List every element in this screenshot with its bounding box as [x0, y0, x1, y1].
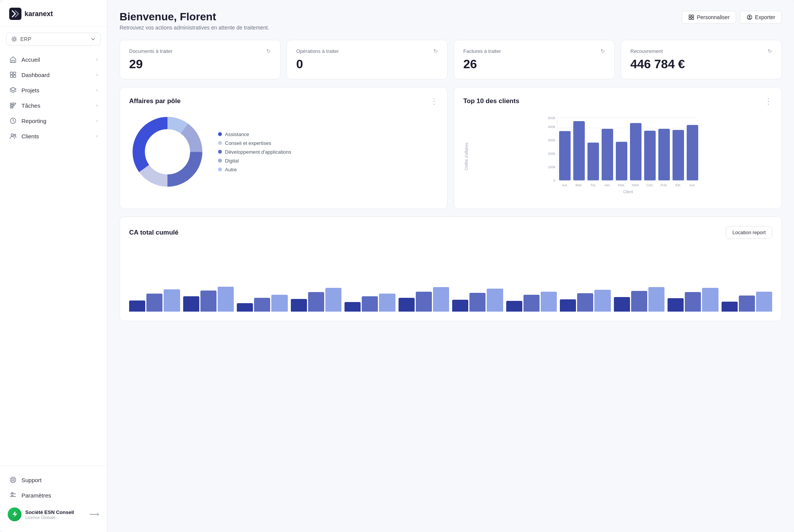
top10-svg-container: 0 100k 200k 300k 400k 500k [472, 113, 772, 199]
legend-dot-assistance [218, 132, 222, 136]
refresh-recouvrement-icon[interactable]: ↻ [768, 48, 772, 54]
stat-recouvrement-label: Recouvrement [630, 48, 663, 54]
sidebar-label-clients: Clients [21, 133, 92, 140]
sidebar-item-reporting[interactable]: Reporting › [0, 113, 107, 128]
sidebar-label-parametres: Paramètres [21, 492, 98, 499]
sidebar-item-projets[interactable]: Projets › [0, 82, 107, 98]
y-axis-label: Chiffre d'affaires [464, 143, 469, 170]
logo-area: karanext [0, 0, 107, 26]
refresh-documents-icon[interactable]: ↻ [266, 48, 271, 54]
karanext-logo-icon [9, 8, 21, 20]
svg-text:Aer.: Aer. [604, 183, 610, 187]
legend-dot-autre [218, 167, 222, 171]
svg-point-11 [14, 134, 16, 136]
exporter-button[interactable]: Exporter [740, 11, 782, 24]
ca-bar [722, 302, 738, 312]
donut-chart-container: Assistance Conseil et expertises Dévelop… [129, 113, 438, 190]
y-axis-label-container: Chiffre d'affaires [463, 113, 469, 199]
legend-digital: Digital [218, 158, 291, 164]
svg-text:Med.: Med. [632, 183, 640, 187]
sidebar-item-parametres[interactable]: Paramètres [0, 488, 107, 503]
ca-bar [379, 294, 395, 312]
ca-bar-group [722, 292, 773, 312]
ca-bar-group [129, 289, 180, 312]
chevron-clients: › [96, 133, 98, 139]
ca-bar [756, 292, 772, 312]
bolt-icon [11, 511, 18, 518]
legend-autre: Autre [218, 167, 291, 172]
svg-point-13 [12, 479, 14, 481]
affaires-more-icon[interactable]: ⋮ [430, 97, 438, 106]
svg-text:200k: 200k [548, 152, 555, 156]
stat-documents-label: Documents à traiter [129, 48, 172, 54]
ca-bars-container [129, 246, 772, 312]
top10-chart-card: Top 10 des clients ⋮ Chiffre d'affaires … [454, 87, 782, 209]
support-icon [9, 476, 17, 484]
main-content: Bienvenue, Florent Retrouvez vos actions… [107, 0, 794, 532]
sidebar-item-taches[interactable]: Tâches › [0, 98, 107, 113]
affaires-legend: Assistance Conseil et expertises Dévelop… [218, 131, 291, 172]
page-header: Bienvenue, Florent Retrouvez vos actions… [120, 11, 782, 31]
sidebar-item-clients[interactable]: Clients › [0, 128, 107, 144]
gear-icon [11, 36, 17, 42]
svg-rect-8 [10, 107, 13, 108]
sidebar-item-dashboard[interactable]: Dashboard › [0, 67, 107, 82]
personnaliser-icon [688, 14, 694, 20]
ca-bar [200, 291, 217, 312]
ca-bar-group [614, 287, 665, 312]
ca-bar [183, 296, 199, 312]
svg-rect-44 [602, 129, 613, 181]
legend-conseil: Conseil et expertises [218, 140, 291, 146]
svg-text:0: 0 [553, 179, 555, 182]
svg-rect-7 [10, 105, 14, 106]
ca-bar [291, 299, 307, 312]
svg-text:Client: Client [623, 190, 633, 194]
ca-bar-group [506, 292, 557, 312]
ca-bar [614, 297, 630, 312]
refresh-operations-icon[interactable]: ↻ [433, 48, 438, 54]
chevron-accueil: › [96, 57, 98, 62]
stat-factures: Factures à traiter ↻ 26 [454, 40, 615, 79]
sidebar-label-taches: Tâches [21, 102, 92, 109]
svg-point-25 [145, 130, 190, 174]
stat-documents-value: 29 [129, 57, 271, 71]
personnaliser-button[interactable]: Personnaliser [682, 11, 736, 24]
chevron-taches: › [96, 103, 98, 108]
svg-rect-6 [10, 103, 16, 104]
ca-bar-group [560, 290, 611, 312]
ca-bar [325, 288, 341, 312]
avatar [8, 507, 21, 521]
ca-bar [237, 303, 253, 312]
top10-chart-container: Chiffre d'affaires 0 100k 200k 300k 400k… [463, 113, 772, 199]
erp-selector[interactable]: ERP [6, 33, 101, 46]
sidebar-item-accueil[interactable]: Accueil › [0, 52, 107, 67]
ca-bar [702, 288, 718, 312]
page-subtitle: Retrouvez vos actions administratives en… [120, 25, 269, 31]
svg-text:400k: 400k [548, 125, 555, 129]
ca-bar [164, 289, 180, 312]
sidebar-label-dashboard: Dashboard [21, 72, 92, 78]
user-card[interactable]: Société ESN Conseil Licence Globale ⟶ [0, 503, 107, 526]
ca-bar [560, 299, 576, 312]
ca-bar [308, 292, 324, 312]
stat-factures-value: 26 [463, 57, 605, 71]
top10-chart-title: Top 10 des clients [463, 97, 519, 105]
donut-chart-svg [129, 113, 206, 190]
location-report-button[interactable]: Location report [726, 226, 772, 239]
legend-dot-digital [218, 159, 222, 163]
ca-bar [541, 292, 557, 312]
logout-icon[interactable]: ⟶ [89, 510, 99, 519]
user-role: Licence Globale [25, 515, 85, 520]
sidebar: karanext ERP Accueil › [0, 0, 107, 532]
ca-bar [739, 296, 755, 312]
top10-more-icon[interactable]: ⋮ [764, 97, 772, 106]
stat-recouvrement-value: 446 784 € [630, 57, 772, 71]
header-actions: Personnaliser Exporter [682, 11, 782, 24]
refresh-factures-icon[interactable]: ↻ [600, 48, 605, 54]
ca-bar [487, 289, 503, 312]
sidebar-item-support[interactable]: Support [0, 472, 107, 488]
ca-bar [648, 287, 664, 312]
clients-icon [9, 132, 17, 140]
affaires-chart-card: Affaires par pôle ⋮ [120, 87, 448, 209]
legend-dot-conseil [218, 141, 222, 145]
